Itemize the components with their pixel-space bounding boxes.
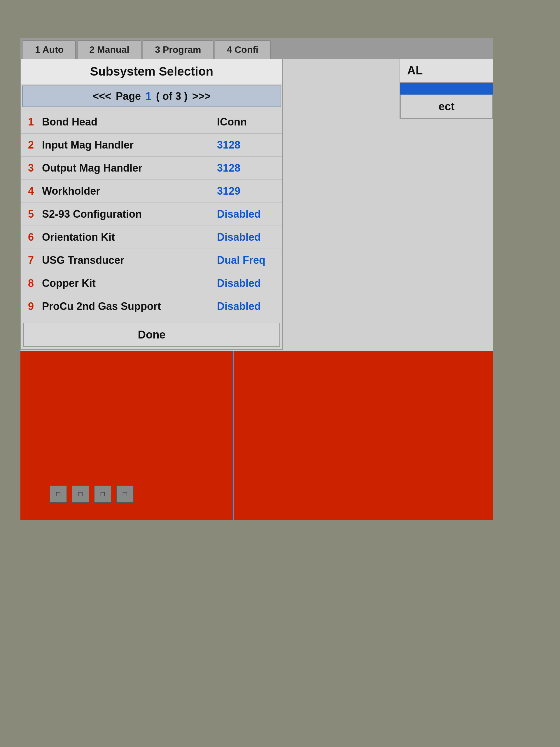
pagination-label: Page <box>116 90 141 102</box>
pagination-next[interactable]: >>> <box>192 90 211 102</box>
list-item[interactable]: 6 Orientation Kit Disabled <box>21 226 282 249</box>
item-name-2: Input Mag Handler <box>42 139 217 151</box>
item-value-2: 3128 <box>217 139 275 151</box>
right-panel-select-button[interactable]: ect <box>400 95 493 119</box>
right-panel: AL ect <box>400 59 493 119</box>
bottom-divider-vertical <box>233 351 234 520</box>
item-number-7: 7 <box>28 254 42 266</box>
dialog-area: Subsystem Selection <<< Page 1 ( of 3 ) … <box>20 59 493 520</box>
item-name-1: Bond Head <box>42 116 217 128</box>
item-number-5: 5 <box>28 208 42 220</box>
item-value-5: Disabled <box>217 208 275 220</box>
list-item[interactable]: 5 S2-93 Configuration Disabled <box>21 203 282 226</box>
item-value-7: Dual Freq <box>217 254 275 266</box>
main-layout: Subsystem Selection <<< Page 1 ( of 3 ) … <box>20 59 493 350</box>
bottom-icon-1[interactable]: □ <box>50 485 67 503</box>
item-name-3: Output Mag Handler <box>42 162 217 174</box>
item-number-1: 1 <box>28 116 42 128</box>
item-value-8: Disabled <box>217 277 275 289</box>
tab-config[interactable]: 4 Confi <box>215 40 271 59</box>
list-item[interactable]: 7 USG Transducer Dual Freq <box>21 249 282 272</box>
item-value-9: Disabled <box>217 300 275 312</box>
bottom-icon-2[interactable]: □ <box>72 485 89 503</box>
bottom-icon-3[interactable]: □ <box>94 485 111 503</box>
bottom-icon-4[interactable]: □ <box>116 485 134 503</box>
bottom-icons-row: □ □ □ □ <box>50 485 134 503</box>
item-number-4: 4 <box>28 185 42 197</box>
item-name-8: Copper Kit <box>42 277 217 289</box>
items-list: 1 Bond Head IConn 2 Input Mag Handler 31… <box>21 108 282 320</box>
item-number-3: 3 <box>28 162 42 174</box>
item-number-8: 8 <box>28 277 42 289</box>
list-item[interactable]: 2 Input Mag Handler 3128 <box>21 134 282 157</box>
item-name-5: S2-93 Configuration <box>42 208 217 220</box>
list-item[interactable]: 4 Workholder 3129 <box>21 180 282 203</box>
tab-auto[interactable]: 1 Auto <box>23 40 76 59</box>
list-item[interactable]: 1 Bond Head IConn <box>21 110 282 134</box>
pagination-prev[interactable]: <<< <box>93 90 111 102</box>
tab-program[interactable]: 3 Program <box>143 40 213 59</box>
right-panel-blue <box>400 83 493 95</box>
pagination-total: ( of 3 ) <box>156 90 188 102</box>
item-value-6: Disabled <box>217 231 275 243</box>
subsystem-panel: Subsystem Selection <<< Page 1 ( of 3 ) … <box>20 59 283 350</box>
tab-manual[interactable]: 2 Manual <box>77 40 141 59</box>
item-name-9: ProCu 2nd Gas Support <box>42 300 217 312</box>
pagination-bar[interactable]: <<< Page 1 ( of 3 ) >>> <box>22 85 281 107</box>
done-button[interactable]: Done <box>23 323 280 347</box>
pagination-current: 1 <box>145 90 151 102</box>
item-name-6: Orientation Kit <box>42 231 217 243</box>
bottom-area: □ □ □ □ <box>20 351 493 520</box>
item-number-2: 2 <box>28 139 42 151</box>
list-item[interactable]: 3 Output Mag Handler 3128 <box>21 157 282 180</box>
panel-title: Subsystem Selection <box>21 59 282 84</box>
list-item[interactable]: 9 ProCu 2nd Gas Support Disabled <box>21 295 282 318</box>
tab-bar: 1 Auto 2 Manual 3 Program 4 Confi <box>20 38 493 59</box>
item-value-3: 3128 <box>217 162 275 174</box>
right-panel-al-label: AL <box>400 59 493 83</box>
item-value-1: IConn <box>217 116 275 128</box>
item-name-4: Workholder <box>42 185 217 197</box>
item-number-9: 9 <box>28 300 42 312</box>
list-item[interactable]: 8 Copper Kit Disabled <box>21 272 282 295</box>
item-value-4: 3129 <box>217 185 275 197</box>
item-name-7: USG Transducer <box>42 254 217 266</box>
item-number-6: 6 <box>28 231 42 243</box>
